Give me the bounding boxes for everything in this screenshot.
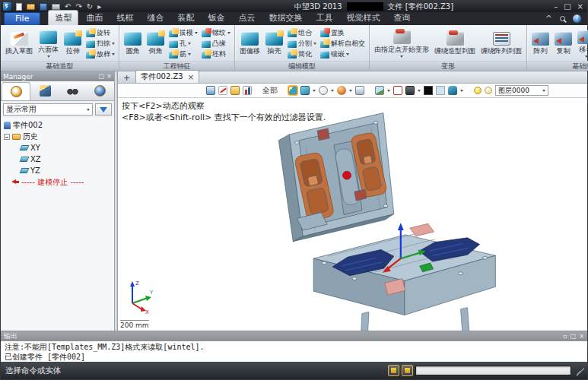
pick-filter-all[interactable]: 全部 xyxy=(262,85,278,96)
background-icon[interactable] xyxy=(355,86,364,95)
collapse-expander-icon[interactable] xyxy=(4,134,10,140)
tab-tools[interactable]: 工具 xyxy=(310,11,338,25)
save-icon[interactable] xyxy=(40,3,47,11)
document-tab[interactable]: 零件002.Z3 × xyxy=(135,70,199,83)
tab-wireframe[interactable]: 线框 xyxy=(110,11,139,25)
pattern-button[interactable]: 阵列 xyxy=(530,31,551,57)
copy-button[interactable]: 复制 xyxy=(553,31,574,57)
divide-button[interactable]: 分割 xyxy=(287,39,317,49)
manager-tab-history[interactable] xyxy=(2,82,30,100)
shell-button[interactable]: 抽壳 xyxy=(264,31,284,57)
manager-close-button[interactable]: × xyxy=(106,73,112,80)
dropdown-arrow-icon[interactable] xyxy=(331,90,334,92)
output-float-button[interactable]: □ xyxy=(571,333,577,340)
manager-tab-view[interactable] xyxy=(87,81,114,100)
manager-tab-visibility[interactable] xyxy=(59,81,87,100)
revolve-button[interactable]: 旋转 xyxy=(85,28,116,38)
tab-shape[interactable]: 造型 xyxy=(48,10,78,25)
draft-button[interactable]: 拔模 xyxy=(168,28,199,38)
face-offset-button[interactable]: 面偏移 xyxy=(238,31,262,57)
layer-manager-icon[interactable] xyxy=(230,86,240,95)
manager-float-button[interactable]: □ xyxy=(99,73,105,80)
output-close-button[interactable]: × xyxy=(579,333,584,340)
light-off-icon[interactable] xyxy=(485,87,492,94)
collapse-ribbon-icon[interactable]: ^ xyxy=(545,14,552,24)
dropdown-arrow-icon[interactable] xyxy=(418,90,421,92)
play-icon[interactable]: ▸ xyxy=(97,3,101,11)
tab-pointcloud[interactable]: 点云 xyxy=(232,11,261,25)
sweep-button[interactable]: 扫掠 xyxy=(85,39,116,49)
regen-history-icon[interactable] xyxy=(206,86,215,95)
tab-sheetmetal[interactable]: 钣金 xyxy=(202,11,230,25)
status-input[interactable] xyxy=(415,366,571,375)
frame-icon[interactable] xyxy=(393,86,402,95)
tree-item-history[interactable]: 历史 xyxy=(4,131,114,142)
tab-sew[interactable]: 缝合 xyxy=(141,11,170,25)
filter-button[interactable] xyxy=(95,103,112,116)
stock-button[interactable]: 坯料 xyxy=(201,49,231,59)
thread-button[interactable]: 螺纹 xyxy=(201,28,231,38)
tree-item-yz-plane[interactable]: YZ xyxy=(4,165,114,176)
extrude-button[interactable]: 拉伸 xyxy=(62,31,83,57)
tree-item-xy-plane[interactable]: XY xyxy=(4,142,114,154)
status-echo-icon[interactable] xyxy=(402,365,413,376)
combine-button[interactable]: 组合 xyxy=(287,28,317,38)
tab-surface[interactable]: 曲面 xyxy=(80,11,109,25)
erase-icon[interactable] xyxy=(218,86,227,95)
display-attr-icon[interactable] xyxy=(405,86,415,95)
replace-button[interactable]: 置换 xyxy=(319,28,366,38)
rib-button[interactable]: 筋 xyxy=(168,49,199,59)
simplify-button[interactable]: 简化 xyxy=(287,49,317,59)
print-icon[interactable] xyxy=(52,4,60,10)
manager-tab-roles[interactable] xyxy=(31,81,59,100)
loft-button[interactable]: 放样 xyxy=(85,49,116,59)
new-tab-button[interactable]: + xyxy=(121,73,132,83)
dropdown-arrow-icon[interactable] xyxy=(387,90,390,92)
app-logo-icon[interactable] xyxy=(3,2,11,11)
tab-visualstyle[interactable]: 视觉样式 xyxy=(340,11,386,25)
view-orientation-icon[interactable] xyxy=(288,86,297,95)
hole-button[interactable]: 孔 xyxy=(168,39,199,49)
insert-sketch-button[interactable]: 插入草图 xyxy=(4,31,34,57)
help-icon[interactable]: ? xyxy=(573,14,581,23)
color-swatch-lightblue[interactable] xyxy=(436,86,445,95)
analyze-icon[interactable] xyxy=(243,86,252,95)
render-style-icon[interactable] xyxy=(337,86,346,95)
inlay-button[interactable]: 镶嵌 xyxy=(319,49,366,59)
output-log[interactable]: 注意:不能用[Templates_MM.Z3]格式来读取[wintel]. 已创… xyxy=(1,341,587,363)
mold-assembly-model[interactable] xyxy=(118,98,587,331)
wrap-shape-to-face-button[interactable]: 缠绕造型到面 xyxy=(433,31,477,57)
layer-select[interactable]: 图层0000 xyxy=(495,85,548,96)
undo-icon[interactable]: ↶ xyxy=(65,3,71,11)
color-swatch-black[interactable] xyxy=(424,86,433,95)
resize-grip[interactable] xyxy=(577,366,584,376)
redo-icon[interactable]: ↷ xyxy=(75,3,81,11)
resolve-selfintersection-button[interactable]: 解析自相交 xyxy=(319,39,366,49)
fillet-button[interactable]: 圆角 xyxy=(122,31,143,57)
tree-item-part[interactable]: 零件002 xyxy=(4,119,114,131)
minimize-button[interactable]: – xyxy=(554,2,558,11)
material-icon[interactable] xyxy=(448,86,457,95)
status-filter-icon[interactable] xyxy=(388,365,399,376)
close-button[interactable]: × xyxy=(577,2,583,11)
shade-mode-icon[interactable] xyxy=(300,86,310,95)
box-button[interactable]: 六面体 xyxy=(37,30,60,59)
regen-icon[interactable]: ↻ xyxy=(87,3,93,11)
new-file-icon[interactable] xyxy=(16,3,22,11)
chamfer-button[interactable]: 倒角 xyxy=(145,31,166,57)
lip-button[interactable]: 凸缘 xyxy=(201,39,231,49)
dropdown-arrow-icon[interactable] xyxy=(460,90,463,92)
tab-dataexchange[interactable]: 数据交换 xyxy=(262,11,308,25)
tree-item-history-stop[interactable]: ----- 建模停止 ----- xyxy=(4,176,114,188)
maximize-button[interactable]: □ xyxy=(564,2,571,11)
tab-close-icon[interactable]: × xyxy=(188,73,194,81)
tree-item-xz-plane[interactable]: XZ xyxy=(4,154,114,165)
move-button[interactable]: 移动 xyxy=(576,30,588,59)
dropdown-arrow-icon[interactable] xyxy=(313,90,316,92)
image-icon[interactable] xyxy=(375,86,384,95)
dropdown-arrow-icon[interactable] xyxy=(349,90,352,92)
wrap-pattern-to-face-button[interactable]: 缠绕阵列到面 xyxy=(479,31,523,57)
open-file-icon[interactable] xyxy=(27,4,35,10)
file-menu-button[interactable]: File xyxy=(4,12,40,26)
search-icon[interactable] xyxy=(560,16,565,21)
